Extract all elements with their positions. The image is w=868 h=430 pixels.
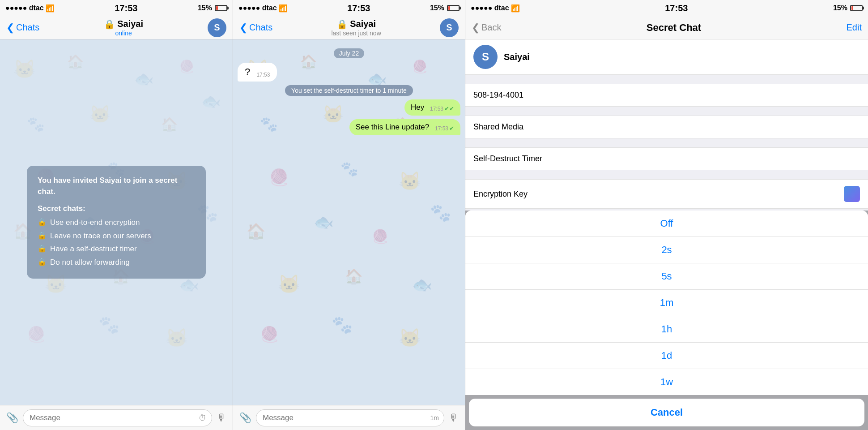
battery-icon-2: [447, 5, 460, 11]
settings-section-4: Encryption Key: [465, 179, 868, 209]
timer-label: Self-Destruct Timer: [473, 154, 860, 163]
status-bar-3: ●●●●● dtac 📶 17:53 15%: [465, 0, 868, 16]
battery-icon-1: [215, 5, 227, 11]
settings-section-3: Self-Destruct Timer: [465, 147, 868, 170]
back-button-2[interactable]: ❮ Chats: [239, 22, 272, 34]
check-icon-1: ✔✔: [444, 105, 454, 112]
message-bubble-0: ? 17:53: [238, 63, 277, 82]
signal-2: ●●●●● dtac 📶: [238, 4, 288, 13]
svg-text:🐾: 🐾: [430, 202, 451, 223]
battery-pct-2: 15%: [430, 4, 444, 12]
message-time-1: 17:53 ✔✔: [430, 105, 454, 112]
picker-option-off[interactable]: Off: [465, 211, 868, 237]
svg-text:🧶: 🧶: [260, 325, 279, 344]
back-button-1[interactable]: ❮ Chats: [6, 22, 39, 34]
battery-2: 15%: [430, 4, 460, 12]
message-input-1[interactable]: [23, 409, 212, 426]
encryption-key-visual: [844, 186, 860, 202]
feature-text-3: Have a self-destruct timer: [50, 243, 137, 255]
settings-row-encryption: Encryption Key: [465, 179, 868, 209]
chevron-left-icon-3: ❮: [472, 22, 480, 34]
input-bar-2: 📎 1m 🎙: [233, 405, 465, 430]
chat-info-content-1: You have invited Saiyai to join a secret…: [0, 39, 233, 405]
message-text-1: Hey: [411, 103, 424, 112]
nav-subtitle-1: online: [115, 30, 132, 37]
settings-section-2: Shared Media: [465, 116, 868, 138]
feature-4: 🔒 Do not allow forwarding: [38, 257, 195, 268]
picker-option-5s[interactable]: 5s: [465, 263, 868, 290]
timer-icon-1[interactable]: ⏱: [199, 413, 207, 422]
lock-icon-f3: 🔒: [38, 243, 47, 254]
page-title-3: Secret Chat: [647, 22, 701, 34]
input-bar-1: 📎 ⏱ 🎙: [0, 405, 233, 430]
lock-icon-f1: 🔒: [38, 217, 47, 228]
attachment-icon-1[interactable]: 📎: [6, 412, 18, 424]
feature-3: 🔒 Have a self-destruct timer: [38, 243, 195, 255]
message-row-2: See this Line update? 17:53 ✔: [238, 119, 460, 135]
message-time-0: 17:53: [256, 72, 270, 78]
media-label: Shared Media: [473, 122, 860, 132]
signal-1: ●●●●● dtac 📶: [5, 4, 55, 13]
picker-sheet: Off 2s 5s 1m 1h 1d 1w: [465, 211, 868, 395]
battery-icon-3: [850, 5, 863, 11]
svg-text:🐟: 🐟: [314, 212, 334, 232]
battery-1: 15%: [198, 4, 227, 12]
lock-icon-1: 🔒: [104, 19, 115, 30]
attachment-icon-2[interactable]: 📎: [239, 412, 251, 424]
user-avatar-lg: S: [473, 45, 498, 69]
input-wrap-2: 1m: [256, 409, 444, 426]
nav-bar-3: ❮ Back Secret Chat Edit: [465, 16, 868, 39]
picker-option-1d[interactable]: 1d: [465, 343, 868, 369]
input-wrap-1: ⏱: [23, 409, 212, 426]
time-3: 17:53: [665, 3, 688, 13]
panel1: ●●●●● dtac 📶 17:53 15% ❮ Chats 🔒 Saiyai …: [0, 0, 233, 430]
back-button-3[interactable]: ❮ Back: [472, 22, 501, 34]
message-row-1: Hey 17:53 ✔✔: [238, 99, 460, 116]
picker-option-1w[interactable]: 1w: [465, 369, 868, 395]
svg-text:🐾: 🐾: [340, 160, 358, 177]
battery-pct-1: 15%: [198, 4, 212, 12]
battery-3: 15%: [833, 4, 863, 12]
user-name: Saiyai: [504, 52, 530, 62]
avatar-1[interactable]: S: [208, 18, 226, 37]
message-input-2[interactable]: [256, 409, 444, 426]
back-label-3[interactable]: Back: [481, 22, 501, 33]
feature-2: 🔒 Leave no trace on our servers: [38, 230, 195, 242]
svg-text:🧶: 🧶: [269, 168, 289, 187]
svg-text:🐱: 🐱: [399, 327, 421, 348]
svg-text:🧶: 🧶: [372, 228, 389, 245]
picker-option-1m[interactable]: 1m: [465, 290, 868, 316]
contact-name-2: Saiyai: [350, 19, 376, 29]
avatar-2[interactable]: S: [440, 18, 459, 37]
message-row-0: ? 17:53: [238, 63, 460, 82]
lock-icon-f4: 🔒: [38, 257, 47, 267]
nav-title-block-1: 🔒 Saiyai online: [104, 19, 143, 37]
svg-text:🐱: 🐱: [399, 170, 421, 192]
picker-cancel-button[interactable]: Cancel: [469, 399, 864, 426]
edit-button-3[interactable]: Edit: [847, 22, 862, 33]
secret-info-intro: You have invited Saiyai to join a secret…: [38, 175, 195, 198]
picker-option-2s[interactable]: 2s: [465, 237, 868, 263]
svg-text:🐱: 🐱: [278, 273, 300, 295]
microphone-icon-2[interactable]: 🎙: [449, 412, 459, 424]
encryption-label: Encryption Key: [473, 189, 844, 199]
nav-bar-2: ❮ Chats 🔒 Saiyai last seen just now S: [233, 16, 465, 39]
settings-row-phone: 508-194-4001: [465, 84, 868, 107]
battery-pct-3: 15%: [833, 4, 847, 12]
message-time-2: 17:53 ✔: [435, 125, 454, 132]
picker-option-1h[interactable]: 1h: [465, 316, 868, 343]
signal-dots-1: ●●●●● dtac: [5, 4, 44, 12]
system-msg-text: You set the self-destruct timer to 1 min…: [285, 85, 413, 96]
time-2: 17:53: [347, 3, 370, 13]
feature-text-4: Do not allow forwarding: [50, 257, 130, 268]
back-label-2[interactable]: Chats: [249, 22, 272, 33]
message-text-2: See this Line update?: [356, 123, 429, 131]
svg-text:🐟: 🐟: [412, 275, 432, 294]
nav-title-2: 🔒 Saiyai: [336, 19, 376, 30]
secret-info-box: You have invited Saiyai to join a secret…: [27, 166, 206, 279]
wifi-icon-1: 📶: [46, 4, 55, 13]
microphone-icon-1[interactable]: 🎙: [217, 412, 226, 424]
back-label-1[interactable]: Chats: [16, 22, 39, 33]
settings-section-1: 508-194-4001: [465, 84, 868, 107]
settings-row-timer: Self-Destruct Timer: [465, 147, 868, 170]
